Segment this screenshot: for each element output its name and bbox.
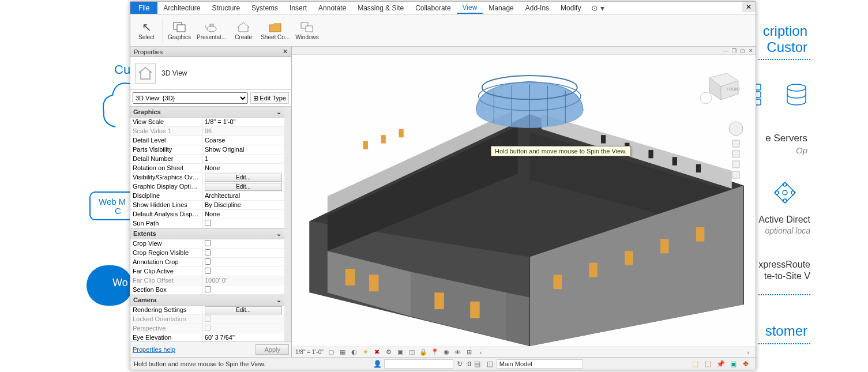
properties-titlebar[interactable]: Properties ✕ [130, 47, 291, 57]
property-value[interactable]: By Discipline [202, 201, 284, 209]
svg-rect-62 [732, 140, 739, 147]
ribbon-tab-structure[interactable]: Structure [206, 2, 246, 14]
property-row: Detail LevelCoarse [130, 136, 284, 145]
ribbon-tab-view[interactable]: View [457, 2, 483, 14]
property-value[interactable]: Coarse [202, 136, 284, 145]
property-row: Graphic Display OptionsEdit... [130, 182, 284, 191]
vcb-reveal-icon[interactable]: 👁 [454, 348, 462, 356]
vcb-chevron-icon[interactable]: ‹ [477, 348, 485, 356]
properties-close-icon[interactable]: ✕ [283, 48, 288, 55]
svg-rect-13 [210, 24, 213, 26]
vcb-model-icon[interactable]: ▢ [327, 348, 335, 356]
ribbon-btn-sheet[interactable]: Sheet Co... [258, 16, 292, 45]
ribbon-btn-windows[interactable]: Windows [293, 16, 321, 45]
vp-close-icon[interactable]: ✕ [749, 48, 753, 54]
properties-body[interactable]: Graphics⌄View Scale1/8" = 1'-0"Scale Val… [130, 107, 284, 341]
properties-help-link[interactable]: Properties help [133, 346, 175, 353]
status-select-links-icon[interactable]: ⬚ [690, 359, 700, 369]
property-value[interactable] [202, 285, 284, 294]
vp-maximize-icon[interactable]: ▢ [740, 48, 745, 54]
ribbon-tab-insert[interactable]: Insert [284, 2, 313, 14]
status-workset-field[interactable] [384, 359, 453, 369]
property-value[interactable]: None [202, 164, 284, 172]
property-value[interactable] [202, 239, 284, 248]
property-value[interactable]: 60' 3 7/64" [202, 333, 284, 341]
status-worksets-icon[interactable]: 👤 [373, 359, 383, 369]
viewport-canvas[interactable]: ⟳ Hold button and move mouse to Spin the… [292, 55, 756, 347]
ribbon-btn-select[interactable]: ↖ Select [133, 16, 160, 45]
ribbon-btn-presentation[interactable]: Presentat... [194, 16, 228, 45]
status-select-face-icon[interactable]: ▣ [728, 359, 738, 369]
ribbon-tab-architecture[interactable]: Architecture [157, 2, 206, 14]
ribbon-tab-systems[interactable]: Systems [246, 2, 284, 14]
svg-rect-43 [660, 239, 668, 254]
vcb-sunpath-icon[interactable]: ☀ [362, 348, 370, 356]
property-value[interactable]: Edit... [202, 306, 284, 314]
status-sync-icon[interactable]: ↻ [454, 359, 465, 369]
viewport-header: — ❐ ▢ ✕ [292, 47, 756, 55]
property-row: Visibility/Graphics Overri...Edit... [130, 173, 284, 182]
graphics-icon [171, 20, 187, 34]
property-value[interactable]: Show Original [202, 145, 284, 154]
property-value[interactable]: Edit... [202, 182, 284, 191]
edit-type-button[interactable]: ⊞Edit Type [250, 92, 289, 104]
ribbon-btn-graphics[interactable]: Graphics [166, 16, 193, 45]
ribbon-btn-create[interactable]: Create [230, 16, 257, 45]
ribbon-tab-massing[interactable]: Massing & Site [352, 2, 409, 14]
property-value[interactable]: None [202, 210, 284, 219]
property-value[interactable]: Edit... [202, 173, 284, 182]
vcb-shadows-icon[interactable]: ✖ [373, 348, 381, 356]
view-selector-dropdown[interactable]: 3D View: {3D} [133, 92, 248, 104]
property-group-header[interactable]: Graphics⌄ [130, 107, 284, 118]
bg-text-servers: e Servers [765, 133, 807, 144]
status-design-options-icon[interactable]: ▤ [472, 359, 483, 369]
property-group-header[interactable]: Camera⌄ [130, 295, 284, 306]
ribbon-tab-modify[interactable]: Modify [555, 2, 587, 14]
vp-minimize-icon[interactable]: — [723, 48, 728, 54]
property-row: Rendering SettingsEdit... [130, 306, 284, 315]
ribbon-tab-annotate[interactable]: Annotate [313, 2, 352, 14]
property-label: Rotation on Sheet [130, 164, 202, 172]
view-scale-display[interactable]: 1/8" = 1'-0" [295, 349, 324, 355]
property-value[interactable] [202, 267, 284, 276]
vcb-temp-hide-icon[interactable]: ◉ [442, 348, 450, 356]
property-value[interactable]: 1 [202, 155, 284, 163]
vcb-crop-region-icon[interactable]: ◫ [408, 348, 416, 356]
status-drag-icon[interactable]: ✥ [741, 359, 751, 369]
property-value[interactable] [202, 219, 284, 228]
vcb-scroll-right-icon[interactable]: › [744, 348, 752, 356]
vcb-visual-style-icon[interactable]: ◐ [350, 348, 358, 356]
vcb-detail-icon[interactable]: ▦ [339, 348, 347, 356]
vcb-crop-icon[interactable]: ▣ [396, 348, 404, 356]
svg-point-12 [207, 26, 216, 32]
property-group-header[interactable]: Extents⌄ [130, 228, 284, 239]
property-value[interactable]: 1/8" = 1'-0" [202, 118, 284, 126]
navigation-bar[interactable] [728, 118, 744, 236]
view-cube[interactable]: FRONT [698, 66, 744, 107]
ribbon-tab-collaborate[interactable]: Collaborate [409, 2, 456, 14]
vcb-lock-icon[interactable]: 🔒 [419, 348, 427, 356]
property-value[interactable] [202, 258, 284, 266]
status-links-icon[interactable]: ◫ [485, 359, 495, 369]
properties-scrollbar[interactable] [284, 107, 291, 341]
ribbon-tab-addins[interactable]: Add-Ins [520, 2, 555, 14]
status-model-field[interactable]: Main Model [497, 359, 583, 369]
vcb-pin-icon[interactable]: 📍 [431, 348, 439, 356]
vcb-constraint-icon[interactable]: ⊞ [465, 348, 474, 356]
status-select-pinned-icon[interactable]: 📌 [715, 359, 726, 369]
property-value: 1000' 0" [202, 276, 284, 285]
property-row: Far Clip Offset1000' 0" [130, 276, 284, 285]
vp-restore-icon[interactable]: ❐ [732, 48, 737, 54]
properties-apply-button[interactable]: Apply [255, 344, 289, 355]
property-row: Annotation Crop [130, 258, 284, 267]
svg-point-9 [775, 191, 779, 194]
ribbon-extras-toggle[interactable]: ⊙ ▾ [591, 2, 604, 14]
ribbon-tab-manage[interactable]: Manage [483, 2, 519, 14]
property-value[interactable]: Architectural [202, 191, 284, 200]
window-close-button[interactable]: ✕ [742, 2, 756, 12]
status-select-underlay-icon[interactable]: ⬚ [702, 359, 713, 369]
vcb-render-icon[interactable]: ⚙ [385, 348, 393, 356]
ribbon-tab-file[interactable]: File [130, 2, 157, 14]
property-value[interactable] [202, 249, 284, 257]
svg-rect-39 [470, 302, 479, 318]
